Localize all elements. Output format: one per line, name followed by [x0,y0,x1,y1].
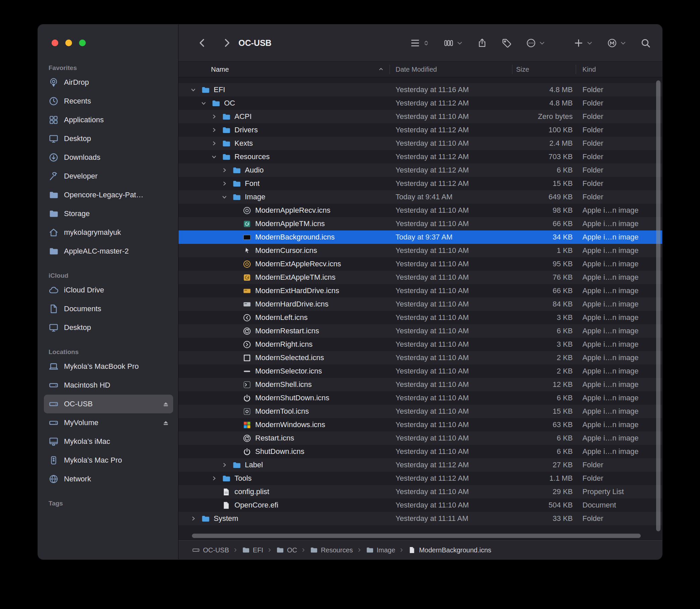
file-row-image[interactable]: ImageToday at 9:41 AM649 KBFolder [178,190,662,204]
file-row-moderncursor-icns[interactable]: ModernCursor.icnsYesterday at 11:10 AM1 … [178,244,662,257]
sidebar-item-applications[interactable]: Applications [44,110,173,129]
file-row-moderntool-icns[interactable]: ModernTool.icnsYesterday at 11:10 AM15 K… [178,405,662,418]
file-date-modified: Yesterday at 11:10 AM [389,407,512,416]
disclosure-triangle-icon[interactable] [222,167,232,173]
path-item-oc[interactable]: OC [276,546,297,554]
column-header-name[interactable]: Name [178,62,389,77]
disclosure-triangle-icon[interactable] [211,127,222,133]
file-row-shutdown-icns[interactable]: ShutDown.icnsYesterday at 11:10 AM6 KBAp… [178,445,662,458]
horizontal-scrollbar[interactable] [192,534,641,538]
sidebar-item-desktop[interactable]: Desktop [44,318,173,337]
new-item-button[interactable] [573,38,593,48]
sidebar-section-title: Tags [44,499,173,508]
sidebar-item-myvolume[interactable]: MyVolume [44,413,173,432]
disclosure-triangle-icon[interactable] [211,154,222,160]
file-row-modernapplerecv-icns[interactable]: ModernAppleRecv.icnsYesterday at 11:10 A… [178,204,662,217]
disclosure-triangle-icon[interactable] [211,114,222,120]
disclosure-spacer [211,502,222,508]
vertical-scrollbar[interactable] [656,81,661,531]
file-row-restart-icns[interactable]: Restart.icnsYesterday at 11:10 AM6 KBApp… [178,432,662,445]
file-row-opencore-efi[interactable]: OpenCore.efiYesterday at 11:10 AM504 KBD… [178,499,662,512]
file-row-label[interactable]: LabelYesterday at 11:12 AM27 KBFolder [178,458,662,472]
sidebar-item-mykola-s-mac-pro[interactable]: Mykola’s Mac Pro [44,451,173,470]
file-row-modernappletm-icns[interactable]: ModernAppleTM.icnsYesterday at 11:10 AM6… [178,217,662,230]
disclosure-triangle-icon[interactable] [191,87,201,93]
file-row-modernextharddrive-icns[interactable]: ModernExtHardDrive.icnsYesterday at 11:1… [178,284,662,297]
path-item-image[interactable]: Image [366,546,396,554]
sidebar-item-oc-usb[interactable]: OC-USB [44,395,173,413]
sidebar-item-developer[interactable]: Developer [44,167,173,186]
disclosure-triangle-icon[interactable] [222,180,232,187]
file-row-modernharddrive-icns[interactable]: ModernHardDrive.icnsYesterday at 11:10 A… [178,297,662,311]
file-row-modernright-icns[interactable]: ModernRight.icnsYesterday at 11:10 AM3 K… [178,338,662,351]
sidebar-item-mykolagrymalyuk[interactable]: mykolagrymalyuk [44,223,173,242]
column-header-kind[interactable]: Kind [576,62,662,77]
close-button[interactable] [52,39,58,46]
minimize-button[interactable] [65,39,72,46]
disclosure-triangle-icon[interactable] [191,516,201,522]
file-row-font[interactable]: FontYesterday at 11:12 AM15 KBFolder [178,177,662,190]
share-button[interactable] [477,38,487,48]
file-row-tools[interactable]: ToolsYesterday at 11:12 AM1.1 MBFolder [178,472,662,485]
file-row-acpi[interactable]: ACPIYesterday at 11:10 AMZero bytesFolde… [178,110,662,123]
sidebar-item-desktop[interactable]: Desktop [44,129,173,148]
path-item-efi[interactable]: EFI [242,546,263,554]
file-row-system[interactable]: SystemYesterday at 11:11 AM33 KBFolder [178,512,662,525]
sidebar-item-macintosh-hd[interactable]: Macintosh HD [44,376,173,395]
disclosure-triangle-icon[interactable] [222,462,232,468]
file-row-modernbackground-icns[interactable]: ModernBackground.icnsToday at 9:37 AM34 … [178,230,662,244]
file-row-modernselector-icns[interactable]: ModernSelector.icnsYesterday at 11:10 AM… [178,364,662,378]
disclosure-triangle-icon[interactable] [211,475,222,481]
path-item-modernbackground-icns[interactable]: ModernBackground.icns [408,546,491,554]
sidebar-item-applealc-master-2[interactable]: AppleALC-master-2 [44,242,173,261]
sidebar-item-network[interactable]: Network [44,470,173,488]
file-row-modernextappletm-icns[interactable]: ModernExtAppleTM.icnsYesterday at 11:10 … [178,271,662,284]
sidebar-item-label: AirDrop [64,78,170,87]
search-button[interactable] [641,38,651,48]
sidebar-item-mykola-s-macbook-pro[interactable]: Mykola’s MacBook Pro [44,357,173,376]
account-button[interactable] [607,38,626,48]
sidebar-item-documents[interactable]: Documents [44,299,173,318]
file-row-drivers[interactable]: DriversYesterday at 11:12 AM100 KBFolder [178,123,662,137]
file-kind: Folder [576,139,662,148]
sidebar-item-icloud-drive[interactable]: iCloud Drive [44,281,173,299]
view-mode-button[interactable] [410,38,430,48]
sidebar-item-recents[interactable]: Recents [44,92,173,110]
tags-button[interactable] [502,38,512,48]
file-row-resources[interactable]: ResourcesYesterday at 11:12 AM703 KBFold… [178,150,662,163]
disclosure-triangle-icon[interactable] [201,100,211,106]
file-row-modernleft-icns[interactable]: ModernLeft.icnsYesterday at 11:10 AM3 KB… [178,311,662,324]
more-actions-button[interactable] [526,38,545,48]
file-row-modernextapplerecv-icns[interactable]: ModernExtAppleRecv.icnsYesterday at 11:1… [178,257,662,271]
eject-icon[interactable] [162,400,170,408]
back-button[interactable] [197,38,207,48]
file-row-config-plist[interactable]: config.plistYesterday at 11:10 AM29 KBPr… [178,485,662,499]
file-row-modernshell-icns[interactable]: ModernShell.icnsYesterday at 11:10 AM12 … [178,378,662,391]
file-kind: Folder [576,514,662,523]
file-row-efi[interactable]: EFIYesterday at 11:16 AM4.8 MBFolder [178,83,662,97]
file-row-kexts[interactable]: KextsYesterday at 11:10 AM2.4 MBFolder [178,137,662,150]
path-item-resources[interactable]: Resources [310,546,353,554]
file-date-modified: Yesterday at 11:12 AM [389,166,512,175]
sidebar-item-storage[interactable]: Storage [44,204,173,223]
file-row-modernrestart-icns[interactable]: ModernRestart.icnsYesterday at 11:10 AM6… [178,324,662,338]
file-row-oc[interactable]: OCYesterday at 11:12 AM4.8 MBFolder [178,97,662,110]
path-item-oc-usb[interactable]: OC-USB [192,546,229,554]
disclosure-triangle-icon[interactable] [222,194,232,200]
file-row-modernselected-icns[interactable]: ModernSelected.icnsYesterday at 11:10 AM… [178,351,662,364]
sidebar-item-opencore-legacy-pat[interactable]: Opencore-Legacy-Pat… [44,186,173,204]
sidebar-item-airdrop[interactable]: AirDrop [44,73,173,92]
file-row-modernwindows-icns[interactable]: ModernWindows.icnsYesterday at 11:10 AM6… [178,418,662,432]
column-header-size[interactable]: Size [512,62,576,77]
group-by-button[interactable] [443,38,463,48]
sidebar-item-downloads[interactable]: Downloads [44,148,173,167]
forward-button[interactable] [222,38,232,48]
file-row-audio[interactable]: AudioYesterday at 11:12 AM6 KBFolder [178,163,662,177]
zoom-button[interactable] [79,39,86,46]
sidebar-item-mykola-s-imac[interactable]: Mykola’s iMac [44,432,173,451]
disclosure-triangle-icon[interactable] [211,140,222,146]
file-name: ACPI [234,112,251,121]
column-header-date-modified[interactable]: Date Modified [389,62,512,77]
file-row-modernshutdown-icns[interactable]: ModernShutDown.icnsYesterday at 11:10 AM… [178,391,662,405]
eject-icon[interactable] [162,419,170,427]
